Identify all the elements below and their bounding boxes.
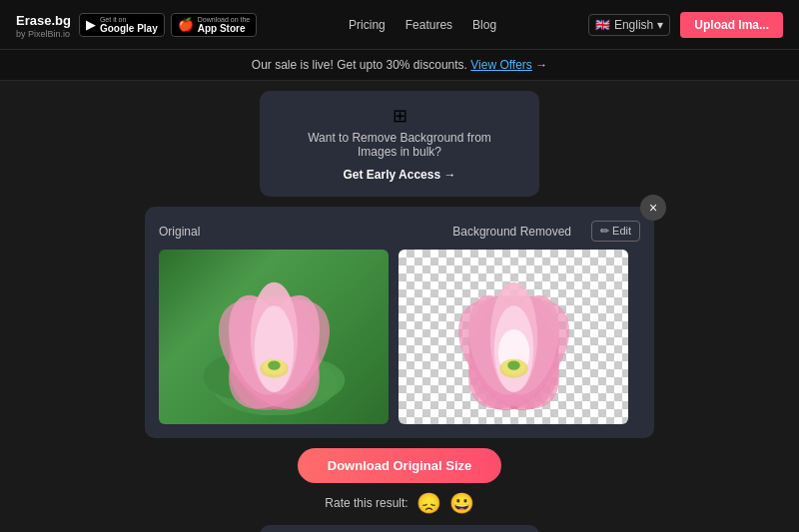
main-content: ⊞ Want to Remove Background from Images … — [0, 81, 799, 532]
bulk-card-text-top: Want to Remove Background from Images in… — [290, 131, 509, 159]
bulk-card-top: ⊞ Want to Remove Background from Images … — [260, 91, 539, 197]
top-navbar: Erase.bg by PixelBin.io ▶ Get it on Goog… — [0, 0, 799, 50]
close-button[interactable]: × — [640, 195, 666, 221]
apple-icon: 🍎 — [178, 17, 194, 32]
panel-header-right: Background Removed ✏ Edit — [452, 221, 640, 242]
chevron-down-icon: ▾ — [657, 18, 663, 32]
app-badges: ▶ Get it on Google Play 🍎 Download on th… — [79, 13, 257, 37]
brand-sub: by PixelBin.io — [16, 29, 71, 39]
svg-point-25 — [507, 360, 520, 369]
google-play-badge[interactable]: ▶ Get it on Google Play — [79, 13, 165, 37]
download-button[interactable]: Download Original Size — [298, 448, 501, 483]
edit-button[interactable]: ✏ Edit — [591, 221, 640, 242]
promo-banner: Our sale is live! Get upto 30% discounts… — [0, 50, 799, 81]
original-image — [159, 250, 389, 424]
close-icon: × — [649, 200, 657, 216]
rating-section: Rate this result: 😞 😀 — [325, 491, 473, 515]
bulk-card-bottom: ⊞ Want to Remove Background from Images … — [260, 525, 539, 532]
google-play-label: Get it on — [100, 16, 158, 23]
pricing-link[interactable]: Pricing — [349, 18, 386, 32]
flag-icon: 🇬🇧 — [595, 18, 610, 32]
promo-text: Our sale is live! Get upto 30% discounts… — [252, 58, 467, 72]
early-access-link-top[interactable]: Get Early Access → — [344, 168, 456, 182]
removed-image — [399, 250, 628, 424]
svg-point-13 — [268, 360, 281, 369]
comparison-panel: × Original Background Removed ✏ Edit — [145, 207, 654, 438]
nav-left: Erase.bg by PixelBin.io ▶ Get it on Goog… — [16, 11, 257, 39]
upload-button[interactable]: Upload Ima... — [680, 12, 783, 38]
images-row — [159, 250, 640, 424]
removed-image-container — [399, 250, 628, 424]
panel-headers: Original Background Removed ✏ Edit — [159, 221, 640, 242]
promo-arrow: → — [535, 58, 547, 72]
nav-center: Pricing Features Blog — [349, 18, 496, 32]
svg-point-10 — [254, 305, 293, 392]
bg-removed-label: Background Removed — [452, 225, 571, 239]
blog-link[interactable]: Blog — [472, 18, 496, 32]
brand: Erase.bg by PixelBin.io — [16, 11, 71, 39]
promo-link[interactable]: View Offers — [470, 58, 532, 72]
original-image-container — [159, 250, 389, 424]
original-label: Original — [159, 225, 200, 239]
happy-rating-button[interactable]: 😀 — [449, 491, 474, 515]
rating-label: Rate this result: — [325, 496, 407, 510]
sad-rating-button[interactable]: 😞 — [416, 491, 441, 515]
nav-right: 🇬🇧 English ▾ Upload Ima... — [588, 12, 783, 38]
app-store-name: App Store — [198, 23, 251, 34]
features-link[interactable]: Features — [405, 18, 452, 32]
google-play-store: Google Play — [100, 23, 158, 34]
google-play-icon: ▶ — [86, 17, 96, 32]
language-label: English — [614, 18, 653, 32]
download-section: Download Original Size — [298, 448, 501, 483]
language-selector[interactable]: 🇬🇧 English ▾ — [588, 14, 670, 36]
brand-name: Erase.bg — [16, 13, 71, 28]
app-store-badge[interactable]: 🍎 Download on the App Store — [171, 13, 258, 37]
app-store-label: Download on the — [198, 16, 251, 23]
bulk-icon-top: ⊞ — [290, 105, 509, 127]
